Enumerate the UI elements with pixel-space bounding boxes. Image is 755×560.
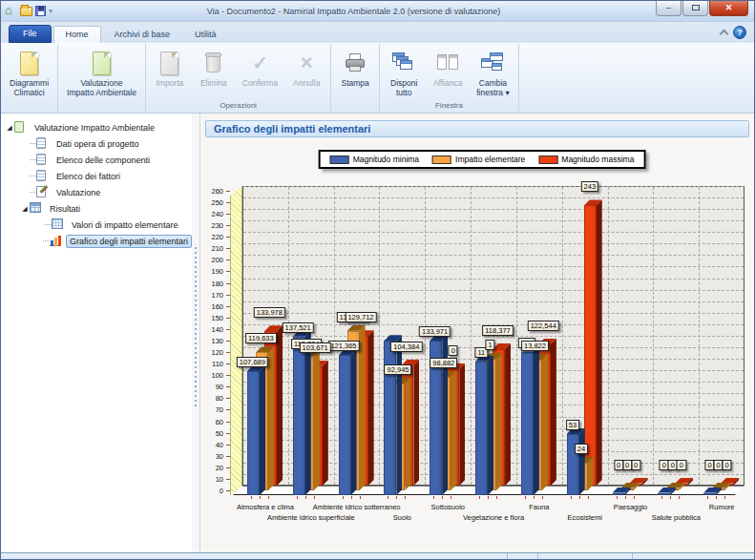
- x-axis-tick: [534, 496, 535, 499]
- y-axis-tick: [226, 352, 230, 353]
- bar-side-face: [351, 349, 357, 495]
- x-axis-tick: [579, 496, 580, 499]
- open-folder-icon[interactable]: [20, 7, 32, 16]
- chevron-up-icon[interactable]: [720, 30, 729, 39]
- sidebar-item-valori-di-impatto-elementare[interactable]: Valori di impatto elementare: [1, 217, 192, 233]
- y-axis-tick: [226, 363, 230, 364]
- navigation-tree: ◢Valutazione Impatto AmbientaleDati oper…: [1, 114, 192, 552]
- tab-file[interactable]: File: [9, 25, 52, 43]
- sidebar-item-elenco-dei-fattori[interactable]: Elenco dei fattori: [1, 168, 192, 184]
- legend-item-magnitudo-minima: Magnitudo minima: [330, 155, 419, 164]
- quick-access-toolbar: ⌂ ▾: [1, 6, 52, 16]
- tree-item-label: Valutazione: [52, 186, 104, 199]
- x-axis-label-fauna: Fauna: [529, 503, 549, 511]
- gridline: [379, 187, 380, 485]
- close-button[interactable]: ✕: [709, 0, 748, 16]
- printer-tray: [349, 66, 361, 72]
- bar-side-face: [323, 361, 328, 486]
- valutazione-impatto-ambientale-button[interactable]: Valutazione Impatto Ambientale: [61, 47, 142, 98]
- sidebar-item-elenco-delle-componenti[interactable]: Elenco delle componenti: [1, 152, 192, 168]
- sidebar-item-risultati[interactable]: ◢Risultati: [1, 200, 192, 217]
- tree-doc: [36, 154, 46, 165]
- document-yellow-icon: [20, 50, 38, 76]
- page-title: Grafico degli impatti elementari: [205, 120, 749, 137]
- bar-side-face: [451, 371, 456, 490]
- maximize-button[interactable]: [682, 0, 708, 16]
- cambia-finestra-button[interactable]: Cambia finestra ▾: [471, 47, 515, 98]
- sidebar-item-dati-opera-di-progetto[interactable]: Dati opera di progetto: [1, 135, 192, 152]
- y-axis-tick: [226, 386, 230, 387]
- gridline: [699, 187, 700, 485]
- bar-value-label: 24: [575, 444, 588, 454]
- bar-magnitudo-minima: [703, 493, 716, 496]
- panel-splitter[interactable]: [192, 114, 199, 552]
- y-axis-label: 190: [202, 267, 223, 276]
- y-axis-tick: [226, 225, 230, 226]
- tree-guide-line: [43, 240, 50, 241]
- y-axis-tick: [226, 375, 230, 376]
- y-axis-label: 70: [202, 405, 223, 414]
- status-bar: Codice cliente: ...... martedì 13 settem…: [1, 552, 754, 560]
- y-axis-label: 50: [202, 429, 223, 438]
- y-axis-label: 0: [202, 487, 223, 495]
- x-axis-tick: [661, 496, 662, 499]
- trash-glyph: [206, 54, 220, 73]
- x-axis-tick: [314, 496, 315, 499]
- document-icon: [36, 170, 49, 182]
- y-axis-tick: [226, 237, 230, 238]
- y-axis-label: 120: [202, 348, 223, 357]
- x-axis-tick: [724, 496, 725, 499]
- y-axis-tick: [226, 329, 230, 330]
- affianca-button: Affianca: [427, 47, 469, 89]
- gridline: [243, 336, 744, 337]
- minimize-button[interactable]: –: [656, 0, 682, 16]
- cascade-windows-icon: [392, 50, 415, 76]
- app-window: ⌂ ▾ Via - Documento2 - Namirial Impatto …: [0, 0, 755, 560]
- document-green-icon: [93, 50, 111, 76]
- bar-side-face: [597, 199, 602, 486]
- gridline: [243, 301, 744, 302]
- tab-archivi-di-base[interactable]: Archivi di base: [103, 27, 182, 43]
- document-green-icon: [14, 121, 27, 134]
- win-rect: [490, 52, 503, 61]
- chart-plot: 0102030405060708090100110120130140150160…: [214, 175, 750, 539]
- ribbon-tab-row: FileHomeArchivi di baseUtilità ?: [1, 22, 754, 43]
- x-axis-tick: [388, 496, 388, 499]
- diagrammi-climatici-button[interactable]: Diagrammi Climatici: [4, 47, 54, 98]
- disponi-tutto-button[interactable]: Disponi tutto: [383, 47, 425, 98]
- y-axis-tick: [226, 271, 230, 272]
- save-icon[interactable]: [35, 6, 46, 16]
- expanded-triangle-icon: ◢: [5, 124, 14, 132]
- bar-side-face: [305, 331, 311, 495]
- y-axis-label: 110: [202, 360, 223, 368]
- tree-item-label: Elenco delle componenti: [52, 154, 154, 167]
- gridline: [243, 186, 744, 187]
- button-label: Disponi tutto: [390, 78, 417, 97]
- x-axis-tick: [479, 496, 480, 499]
- bar-value-label: 243: [581, 181, 599, 192]
- tree-item-label: Grafico degli impatti elementari: [66, 235, 192, 248]
- tab-home[interactable]: Home: [53, 26, 101, 43]
- tab-utilit[interactable]: Utilità: [183, 27, 228, 43]
- legend-swatch: [330, 156, 349, 164]
- chart-legend: Magnitudo minimaImpatto elementareMagnit…: [319, 150, 646, 169]
- bar-value-label: 53: [566, 420, 579, 430]
- gridline: [562, 187, 563, 485]
- tree-guide-line: [30, 192, 36, 193]
- help-icon[interactable]: ?: [733, 26, 746, 39]
- expanded-triangle-icon: ◢: [20, 205, 30, 213]
- button-label: Stampa: [342, 78, 369, 88]
- cascade-windows-glyph: [392, 52, 415, 73]
- ribbon-tabs: FileHomeArchivi di baseUtilità: [1, 25, 228, 43]
- y-axis-tick: [226, 306, 230, 307]
- x-axis-tick: [268, 496, 269, 499]
- document-green-glyph: [93, 52, 111, 75]
- home-icon[interactable]: ⌂: [5, 6, 17, 16]
- sidebar-item-valutazione-impatto-ambientale[interactable]: ◢Valutazione Impatto Ambientale: [1, 119, 192, 135]
- legend-item-impatto-elementare: Impatto elementare: [432, 155, 525, 164]
- y-axis-tick: [226, 490, 230, 491]
- sidebar-item-valutazione[interactable]: Valutazione: [1, 184, 192, 200]
- stampa-button[interactable]: Stampa: [334, 47, 376, 89]
- bar-side-face: [413, 360, 419, 486]
- sidebar-item-grafico-degli-impatti-elementari[interactable]: Grafico degli impatti elementari: [1, 233, 192, 249]
